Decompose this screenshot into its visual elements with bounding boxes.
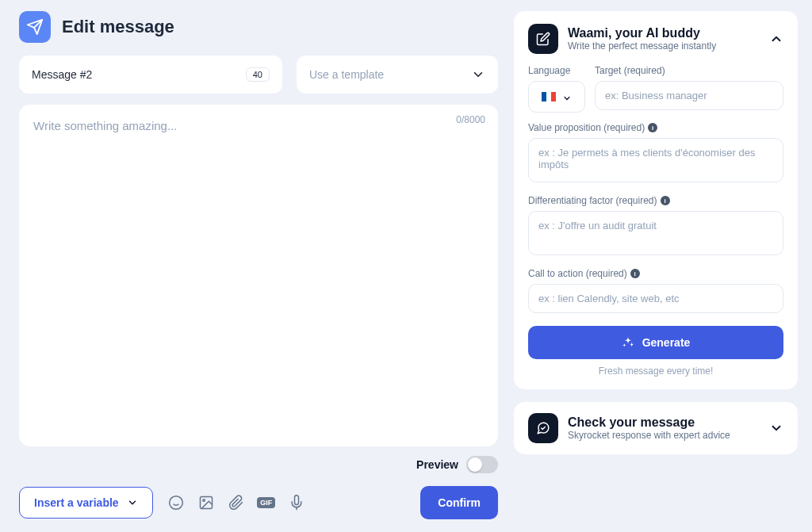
language-select[interactable] bbox=[528, 81, 585, 113]
diff-factor-input[interactable] bbox=[528, 211, 783, 255]
preview-toggle[interactable] bbox=[466, 456, 498, 473]
insert-variable-button[interactable]: Insert a variable bbox=[19, 487, 153, 519]
chevron-down-icon bbox=[562, 92, 572, 101]
value-prop-input[interactable] bbox=[528, 138, 783, 182]
check-chat-icon bbox=[528, 413, 558, 443]
attachment-icon[interactable] bbox=[228, 494, 245, 511]
message-textarea[interactable] bbox=[33, 119, 484, 432]
ai-panel-subtitle: Write the perfect message instantly bbox=[568, 40, 760, 52]
cta-input[interactable] bbox=[528, 284, 783, 313]
value-prop-label: Value proposition (required) i bbox=[528, 122, 783, 133]
flag-france-icon bbox=[542, 92, 556, 101]
preview-label: Preview bbox=[416, 458, 458, 471]
target-label: Target (required) bbox=[595, 65, 783, 76]
check-message-panel[interactable]: Check your message Skyrocket response wi… bbox=[514, 402, 798, 454]
char-counter: 0/8000 bbox=[456, 114, 485, 125]
chevron-down-icon[interactable] bbox=[769, 421, 783, 435]
svg-point-4 bbox=[202, 499, 205, 502]
check-panel-subtitle: Skyrocket response with expert advice bbox=[568, 430, 760, 441]
message-name-label: Message #2 bbox=[32, 68, 92, 81]
paper-plane-icon bbox=[19, 11, 51, 43]
target-input[interactable] bbox=[595, 81, 783, 110]
gif-icon[interactable]: GIF bbox=[258, 494, 275, 511]
diff-factor-label: Differentiating factor (required) i bbox=[528, 195, 783, 206]
generate-button[interactable]: Generate bbox=[528, 326, 783, 359]
message-count-badge: 40 bbox=[246, 67, 270, 82]
edit-icon bbox=[528, 24, 558, 54]
confirm-button[interactable]: Confirm bbox=[420, 486, 498, 519]
message-name-field[interactable]: Message #2 40 bbox=[19, 55, 282, 94]
page-header: Edit message bbox=[19, 11, 498, 43]
template-placeholder: Use a template bbox=[309, 68, 384, 81]
sparkle-icon bbox=[622, 336, 634, 349]
chevron-down-icon bbox=[471, 67, 485, 82]
language-label: Language bbox=[528, 65, 585, 76]
svg-point-0 bbox=[169, 496, 182, 510]
template-select[interactable]: Use a template bbox=[297, 55, 498, 94]
page-title: Edit message bbox=[62, 17, 174, 37]
generate-subnote: Fresh message every time! bbox=[528, 366, 783, 377]
ai-panel-title: Waami, your AI buddy bbox=[568, 26, 760, 40]
ai-buddy-panel: Waami, your AI buddy Write the perfect m… bbox=[514, 11, 798, 389]
emoji-icon[interactable] bbox=[167, 494, 185, 511]
cta-label: Call to action (required) i bbox=[528, 268, 783, 279]
chevron-up-icon[interactable] bbox=[769, 32, 783, 46]
info-icon[interactable]: i bbox=[661, 196, 670, 205]
info-icon[interactable]: i bbox=[630, 269, 640, 278]
chevron-down-icon bbox=[127, 497, 138, 508]
check-panel-title: Check your message bbox=[568, 415, 760, 430]
message-editor: 0/8000 bbox=[19, 105, 498, 446]
image-icon[interactable] bbox=[197, 494, 215, 511]
microphone-icon[interactable] bbox=[288, 494, 305, 511]
info-icon[interactable]: i bbox=[648, 123, 657, 132]
